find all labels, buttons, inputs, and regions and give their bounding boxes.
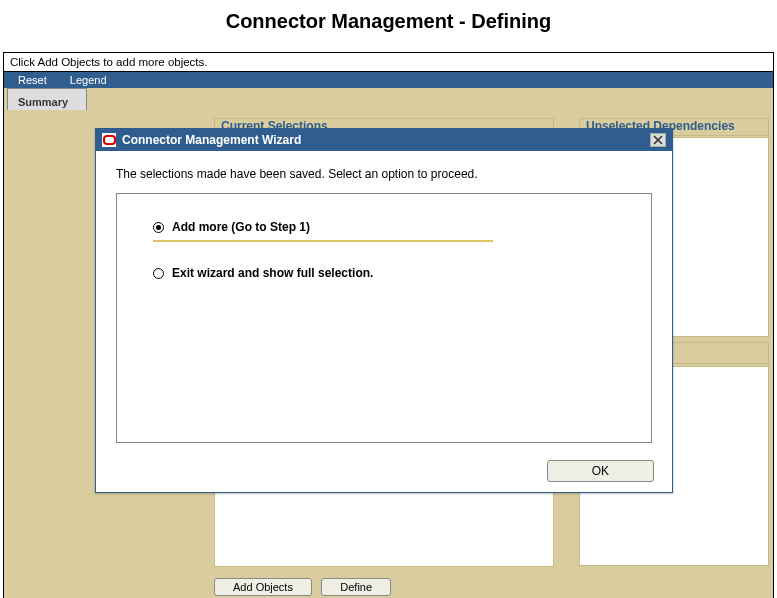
ok-button[interactable]: OK (547, 460, 654, 482)
oracle-icon (102, 133, 116, 147)
add-objects-button[interactable]: Add Objects (214, 578, 312, 596)
option-exit-label: Exit wizard and show full selection. (172, 266, 373, 280)
option-add-more[interactable]: Add more (Go to Step 1) (153, 220, 493, 242)
wizard-dialog: Connector Management Wizard The selectio… (95, 128, 673, 493)
page-title: Connector Management - Defining (0, 10, 777, 33)
dialog-footer: OK (547, 460, 654, 482)
dialog-message: The selections made have been saved. Sel… (116, 167, 652, 181)
dialog-options-frame: Add more (Go to Step 1) Exit wizard and … (116, 193, 652, 443)
menubar: Reset Legend (4, 72, 773, 88)
menu-reset[interactable]: Reset (8, 74, 57, 86)
option-exit-wizard[interactable]: Exit wizard and show full selection. (153, 266, 615, 280)
instruction-bar: Click Add Objects to add more objects. (4, 53, 773, 72)
close-icon[interactable] (650, 133, 666, 147)
radio-exit-icon (153, 268, 164, 279)
dialog-titlebar: Connector Management Wizard (96, 129, 672, 151)
dialog-body: The selections made have been saved. Sel… (96, 151, 672, 449)
radio-add-more-icon (153, 222, 164, 233)
dialog-title-text: Connector Management Wizard (122, 133, 301, 147)
bottom-button-bar: Add Objects Define (214, 578, 397, 596)
option-add-more-label: Add more (Go to Step 1) (172, 220, 310, 234)
tab-row: Summary (4, 88, 773, 110)
define-button[interactable]: Define (321, 578, 391, 596)
menu-legend[interactable]: Legend (60, 74, 117, 86)
